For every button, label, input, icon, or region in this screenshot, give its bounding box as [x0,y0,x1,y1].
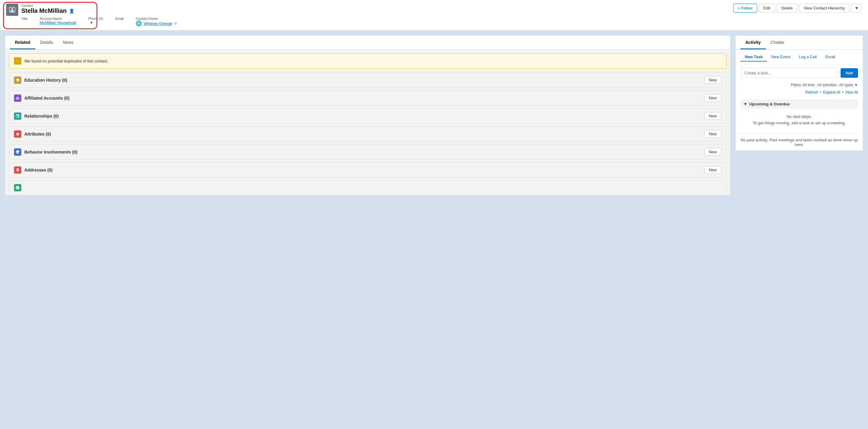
behavior-icon [14,148,21,156]
education-label: Education History (0) [24,78,67,83]
header-bar: Contact Stella McMillian 👤 Title Account… [0,0,868,30]
education-icon [14,77,21,84]
delete-button[interactable]: Delete [777,4,797,12]
svg-point-1 [11,8,13,10]
main-content: Related Details News ! We found no poten… [0,30,868,420]
header-fields: Title Account Name McMillian Household P… [21,17,177,27]
account-label: Account Name [39,17,76,21]
addresses-icon [14,166,21,174]
tab-chatter[interactable]: Chatter [766,36,789,49]
behavior-section-header: Behavior Involvements (0) New [9,144,726,159]
phone-row: ▼ [88,21,103,25]
tab-details[interactable]: Details [35,36,58,49]
collapse-icon[interactable]: ▼ [744,102,747,106]
user-config-icon: 👤 [69,8,74,13]
extra-icon [14,184,21,191]
attributes-section: Attributes (0) New [9,126,726,142]
task-create-row: Add [736,65,863,81]
relationships-icon [14,112,21,120]
subtab-new-task[interactable]: New Task [741,53,767,61]
expand-all-link[interactable]: Expand All [823,90,840,94]
extra-section-header [9,180,726,195]
relationships-section-header: Relationships (0) New [9,109,726,123]
past-activity: No past activity. Past meetings and task… [736,134,863,150]
addresses-new-button[interactable]: New [704,166,721,174]
view-hierarchy-button[interactable]: View Contact Hierarchy [799,4,850,12]
edit-button[interactable]: Edit [759,4,775,12]
refresh-row: Refresh • Expand All • View All [736,89,863,97]
behavior-new-button[interactable]: New [704,148,721,156]
education-section-header: Education History (0) New [9,73,726,87]
extra-section [9,180,726,195]
filters-text: Filters: All time · All activities · All… [791,83,853,87]
contact-record-icon [6,4,18,16]
header-top-row: Contact Stella McMillian 👤 Title Account… [6,4,862,27]
header-name-row: Stella McMillian 👤 [21,7,177,14]
attributes-section-title: Attributes (0) [14,131,51,138]
affiliated-label: Affiliated Accounts (0) [24,96,69,101]
affiliated-section-title: Affiliated Accounts (0) [14,94,69,102]
owner-label: Contact Owner [136,17,177,21]
refresh-link[interactable]: Refresh [805,90,818,94]
affiliated-new-button[interactable]: New [704,94,721,102]
follow-button[interactable]: + Follow [733,4,757,12]
tab-activity[interactable]: Activity [741,36,766,49]
no-steps-line1: No next steps. [745,114,853,120]
relationships-section: Relationships (0) New [9,108,726,124]
duplicate-icon: ! [14,57,21,65]
right-tab-nav: Activity Chatter [736,36,863,50]
attributes-label: Attributes (0) [24,132,51,137]
left-panel: Related Details News ! We found no poten… [5,35,731,196]
add-task-button[interactable]: Add [841,68,858,78]
header-left-info: Contact Stella McMillian 👤 Title Account… [6,4,177,27]
affiliated-section: Affiliated Accounts (0) New [9,90,726,106]
header-actions: + Follow Edit Delete View Contact Hierar… [733,4,862,12]
addresses-section-header: Addresses (0) New [9,163,726,177]
duplicate-notice: ! We found no potential duplicates of th… [9,53,726,68]
upcoming-header: ▼ Upcoming & Overdue [741,99,858,109]
subtab-new-event[interactable]: New Event [767,53,795,61]
account-value[interactable]: McMillian Household [39,21,76,25]
title-field: Title [21,17,27,21]
upcoming-label: Upcoming & Overdue [749,102,790,106]
task-input[interactable] [741,68,838,78]
affiliated-section-header: Affiliated Accounts (0) New [9,90,726,106]
left-tab-nav: Related Details News [5,36,730,50]
owner-field: Contact Owner W Whitney George ⚙ [136,17,177,27]
education-section: Education History (0) New [9,72,726,88]
education-section-title: Education History (0) [14,77,67,84]
addresses-section-title: Addresses (0) [14,166,53,174]
subtab-log-call[interactable]: Log a Call [795,53,821,61]
title-label: Title [21,17,27,21]
owner-value[interactable]: Whitney George [144,21,172,26]
phone-dropdown-icon[interactable]: ▼ [90,21,93,25]
affiliated-icon [14,94,21,102]
subtab-email[interactable]: Email [821,53,839,61]
education-new-button[interactable]: New [704,76,721,84]
owner-row: W Whitney George ⚙ [136,21,177,27]
filter-icon[interactable]: ▼ [854,83,858,87]
email-field: Email [115,17,124,21]
relationships-label: Relationships (0) [24,114,59,118]
attributes-icon [14,131,21,138]
email-label: Email [115,17,124,21]
no-steps-line2: To get things moving, add a task or set … [745,120,853,126]
attributes-new-button[interactable]: New [704,130,721,138]
tab-news[interactable]: News [58,36,78,49]
contact-name: Stella McMillian [21,7,67,14]
upcoming-section: ▼ Upcoming & Overdue No next steps. To g… [736,97,863,134]
tab-related[interactable]: Related [10,36,35,49]
record-type-label: Contact [21,4,177,7]
extra-section-title [14,184,21,191]
relationships-new-button[interactable]: New [704,112,721,120]
account-field: Account Name McMillian Household [39,17,76,25]
no-past-text: No past activity. Past meetings and task… [741,138,858,147]
phone-field: Phone (2) ▼ [88,17,103,25]
phone-label: Phone (2) [88,17,103,21]
view-all-link[interactable]: View All [845,90,858,94]
upcoming-content: No next steps. To get things moving, add… [741,109,858,131]
filters-row: Filters: All time · All activities · All… [736,81,863,89]
owner-avatar: W [136,21,142,27]
attributes-section-header: Attributes (0) New [9,126,726,141]
more-actions-dropdown[interactable]: ▼ [851,4,862,12]
